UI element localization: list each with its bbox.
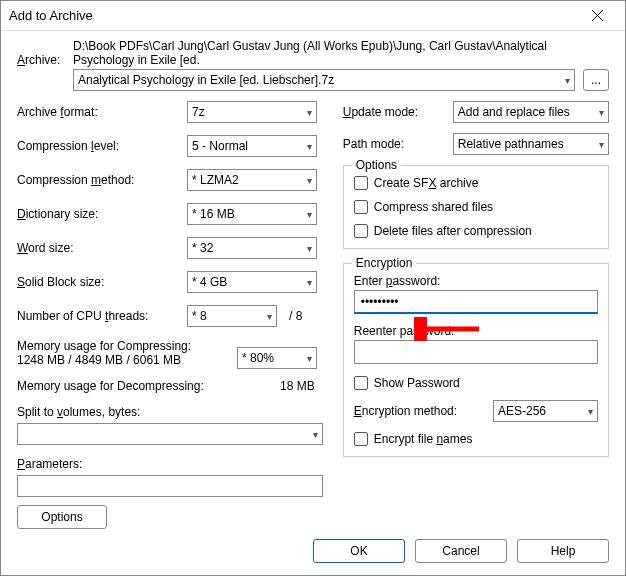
mem-decomp-label: Memory usage for Decompressing:: [17, 379, 204, 393]
chevron-down-icon: ▾: [599, 107, 604, 118]
encrypt-names-checkbox[interactable]: Encrypt file names: [354, 432, 598, 446]
reenter-password-label: Reenter password:: [354, 324, 598, 338]
chevron-down-icon: ▾: [307, 209, 312, 220]
checkbox-icon: [354, 176, 368, 190]
ok-button[interactable]: OK: [313, 539, 405, 563]
left-column: Archive format: 7z▾ Compression level: 5…: [17, 101, 323, 529]
level-combo[interactable]: 5 - Normal▾: [187, 135, 317, 157]
help-button[interactable]: Help: [517, 539, 609, 563]
archive-filename-combo[interactable]: Analytical Psychology in Exile [ed. Lieb…: [73, 69, 575, 91]
level-label: Compression level:: [17, 139, 187, 153]
pathmode-label: Path mode:: [343, 137, 453, 151]
mem-pct-combo[interactable]: * 80%▾: [237, 347, 317, 369]
pathmode-combo[interactable]: Relative pathnames▾: [453, 133, 609, 155]
chevron-down-icon: ▾: [307, 353, 312, 364]
options-group: Options Create SFX archive Compress shar…: [343, 165, 609, 249]
enter-password-label: Enter password:: [354, 274, 598, 288]
checkbox-icon: [354, 200, 368, 214]
archive-filename: Analytical Psychology in Exile [ed. Lieb…: [78, 73, 334, 87]
close-button[interactable]: [577, 2, 617, 30]
threads-combo[interactable]: * 8▾: [187, 305, 277, 327]
checkbox-icon: [354, 432, 368, 446]
browse-button[interactable]: ...: [583, 69, 609, 91]
update-label: Update mode:: [343, 105, 453, 119]
update-combo[interactable]: Add and replace files▾: [453, 101, 609, 123]
checkbox-icon: [354, 376, 368, 390]
window-title: Add to Archive: [9, 8, 93, 23]
sfx-checkbox[interactable]: Create SFX archive: [354, 176, 598, 190]
encryption-group-title: Encryption: [352, 256, 417, 270]
archive-label: Archive:: [17, 39, 73, 67]
cancel-button[interactable]: Cancel: [415, 539, 507, 563]
options-button[interactable]: Options: [17, 505, 107, 529]
chevron-down-icon: ▾: [307, 277, 312, 288]
right-column: Update mode: Add and replace files▾ Path…: [343, 101, 609, 529]
close-icon: [592, 10, 603, 21]
block-label: Solid Block size:: [17, 275, 187, 289]
delete-after-checkbox[interactable]: Delete files after compression: [354, 224, 598, 238]
options-group-title: Options: [352, 158, 401, 172]
method-combo[interactable]: * LZMA2▾: [187, 169, 317, 191]
chevron-down-icon: ▾: [565, 75, 570, 86]
mem-comp-label: Memory usage for Compressing:: [17, 339, 237, 353]
params-label: Parameters:: [17, 457, 323, 471]
word-label: Word size:: [17, 241, 187, 255]
encryption-group: Encryption Enter password: Reenter passw…: [343, 263, 609, 457]
format-label: Archive format:: [17, 105, 187, 119]
reenter-password-input[interactable]: [354, 340, 598, 364]
enc-method-combo[interactable]: AES-256▾: [493, 400, 598, 422]
show-password-checkbox[interactable]: Show Password: [354, 376, 598, 390]
method-label: Compression method:: [17, 173, 187, 187]
chevron-down-icon: ▾: [267, 311, 272, 322]
split-combo[interactable]: ▾: [17, 423, 323, 445]
block-combo[interactable]: * 4 GB▾: [187, 271, 317, 293]
dialog-buttons: OK Cancel Help: [313, 539, 609, 563]
params-input[interactable]: [17, 475, 323, 497]
mem-comp-value: 1248 MB / 4849 MB / 6061 MB: [17, 353, 237, 367]
password-input[interactable]: [354, 290, 598, 314]
dialog-content: Archive: D:\Book PDFs\Carl Jung\Carl Gus…: [1, 31, 625, 541]
mem-decomp-value: 18 MB: [280, 379, 315, 393]
archive-path-text: D:\Book PDFs\Carl Jung\Carl Gustav Jung …: [73, 39, 609, 67]
word-combo[interactable]: * 32▾: [187, 237, 317, 259]
chevron-down-icon: ▾: [599, 139, 604, 150]
split-label: Split to volumes, bytes:: [17, 405, 323, 419]
format-combo[interactable]: 7z▾: [187, 101, 317, 123]
shared-checkbox[interactable]: Compress shared files: [354, 200, 598, 214]
titlebar: Add to Archive: [1, 1, 625, 31]
threads-label: Number of CPU threads:: [17, 309, 187, 323]
chevron-down-icon: ▾: [307, 141, 312, 152]
dict-combo[interactable]: * 16 MB▾: [187, 203, 317, 225]
chevron-down-icon: ▾: [313, 429, 318, 440]
threads-max: / 8: [289, 309, 302, 323]
chevron-down-icon: ▾: [307, 107, 312, 118]
checkbox-icon: [354, 224, 368, 238]
enc-method-label: Encryption method:: [354, 404, 457, 418]
chevron-down-icon: ▾: [307, 175, 312, 186]
dict-label: Dictionary size:: [17, 207, 187, 221]
chevron-down-icon: ▾: [588, 406, 593, 417]
archive-dialog: Add to Archive Archive: D:\Book PDFs\Car…: [0, 0, 626, 576]
chevron-down-icon: ▾: [307, 243, 312, 254]
